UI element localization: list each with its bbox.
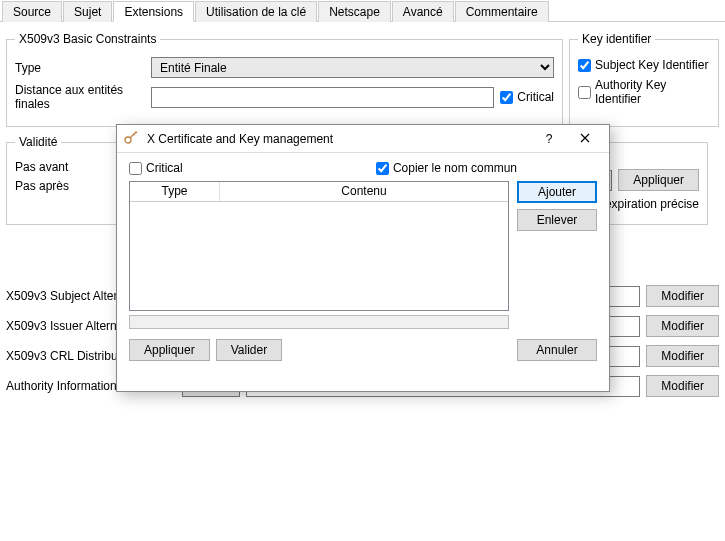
key-identifier-legend: Key identifier xyxy=(578,32,655,46)
crl-modify-button[interactable]: Modifier xyxy=(646,345,719,367)
validity-legend: Validité xyxy=(15,135,61,149)
help-button[interactable]: ? xyxy=(531,128,567,150)
col-content-header[interactable]: Contenu xyxy=(220,182,508,201)
basic-constraints-legend: X509v3 Basic Constraints xyxy=(15,32,160,46)
col-type-header[interactable]: Type xyxy=(130,182,220,201)
distance-input[interactable] xyxy=(151,87,494,108)
basic-constraints-group: X509v3 Basic Constraints Type Entité Fin… xyxy=(6,32,563,127)
question-icon: ? xyxy=(546,132,553,146)
modal-critical-checkbox[interactable]: Critical xyxy=(129,161,269,175)
modal-critical-label: Critical xyxy=(146,161,183,175)
copycn-checkbox[interactable]: Copier le nom commun xyxy=(376,161,517,175)
add-button[interactable]: Ajouter xyxy=(517,181,597,203)
tab-key-usage[interactable]: Utilisation de la clé xyxy=(195,1,317,22)
critical-checkbox[interactable]: Critical xyxy=(500,90,554,104)
type-select[interactable]: Entité Finale xyxy=(151,57,554,78)
san-edit-dialog: X Certificate and Key management ? Criti… xyxy=(116,124,610,392)
critical-check-label: Critical xyxy=(517,90,554,104)
horizontal-scrollbar[interactable] xyxy=(129,315,509,329)
close-icon xyxy=(580,132,590,146)
tab-comment[interactable]: Commentaire xyxy=(455,1,549,22)
tab-advanced[interactable]: Avancé xyxy=(392,1,454,22)
copycn-label: Copier le nom commun xyxy=(393,161,517,175)
ian-modify-button[interactable]: Modifier xyxy=(646,315,719,337)
key-identifier-group: Key identifier Subject Key Identifier Au… xyxy=(569,32,719,127)
modal-apply-button[interactable]: Appliquer xyxy=(129,339,210,361)
validity-apply-button[interactable]: Appliquer xyxy=(618,169,699,191)
dialog-title: X Certificate and Key management xyxy=(145,132,531,146)
tab-netscape[interactable]: Netscape xyxy=(318,1,391,22)
subject-key-checkbox[interactable]: Subject Key Identifier xyxy=(578,58,710,72)
not-after-label: Pas après xyxy=(15,179,69,193)
authority-key-input[interactable] xyxy=(578,86,591,99)
tab-bar: Source Sujet Extensions Utilisation de l… xyxy=(0,0,725,22)
tab-extensions[interactable]: Extensions xyxy=(113,1,194,22)
close-button[interactable] xyxy=(567,128,603,150)
subject-key-input[interactable] xyxy=(578,59,591,72)
authority-key-checkbox[interactable]: Authority Key Identifier xyxy=(578,78,710,106)
aia-modify-button[interactable]: Modifier xyxy=(646,375,719,397)
not-before-label: Pas avant xyxy=(15,160,68,174)
tab-sujet[interactable]: Sujet xyxy=(63,1,112,22)
validate-button[interactable]: Valider xyxy=(216,339,282,361)
cancel-button[interactable]: Annuler xyxy=(517,339,597,361)
san-modify-button[interactable]: Modifier xyxy=(646,285,719,307)
type-label: Type xyxy=(15,61,145,75)
remove-button[interactable]: Enlever xyxy=(517,209,597,231)
critical-check-input[interactable] xyxy=(500,91,513,104)
key-icon xyxy=(123,129,139,148)
tab-source[interactable]: Source xyxy=(2,1,62,22)
copycn-input[interactable] xyxy=(376,162,389,175)
entries-table[interactable]: Type Contenu xyxy=(129,181,509,311)
subject-key-label: Subject Key Identifier xyxy=(595,58,708,72)
authority-key-label: Authority Key Identifier xyxy=(595,78,710,106)
modal-critical-input[interactable] xyxy=(129,162,142,175)
distance-label: Distance aux entités finales xyxy=(15,83,145,111)
